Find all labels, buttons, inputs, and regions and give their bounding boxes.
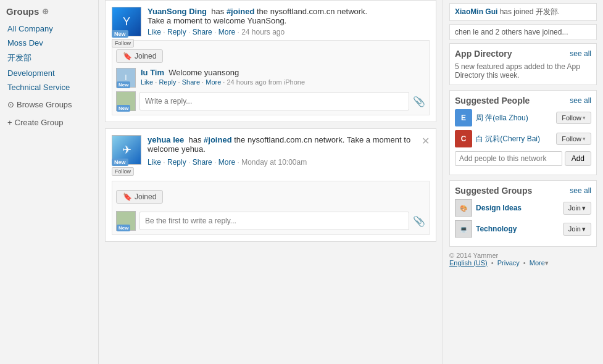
- joined-link[interactable]: #joined: [227, 7, 255, 16]
- ella-follow-button[interactable]: Follow ▾: [556, 112, 591, 124]
- notif-name-1[interactable]: XiaoMin Gui: [455, 7, 497, 16]
- write-reply-row-2: New 📎: [116, 211, 425, 231]
- yehua-badge-follow[interactable]: Follow: [112, 167, 134, 176]
- suggested-people-header: Suggested People see all: [455, 96, 591, 105]
- iutim-more[interactable]: More: [206, 78, 221, 86]
- design-group-join-button[interactable]: Join ▾: [563, 202, 591, 215]
- copyright: © 2014 Yammer: [449, 252, 597, 259]
- yehua-name-link[interactable]: yehua lee: [148, 135, 184, 144]
- add-people-row: Add: [455, 151, 591, 166]
- tech-group-name[interactable]: Technology: [476, 225, 559, 233]
- ella-name[interactable]: 周 萍(ella Zhou): [476, 113, 552, 123]
- yehua-reply[interactable]: Reply: [167, 158, 186, 167]
- iutim-share[interactable]: Share: [182, 78, 200, 86]
- write-reply-avatar-2: New: [116, 211, 136, 231]
- yehua-reply-section: 🔖 Joined New 📎: [112, 181, 430, 235]
- sidebar-item-all-company[interactable]: All Company: [6, 22, 92, 36]
- close-button-yehua[interactable]: ✕: [422, 135, 430, 147]
- yuansong-name-link[interactable]: YuanSong Ding: [148, 7, 207, 16]
- yehua-joined-link[interactable]: #joined: [204, 135, 232, 144]
- cherry-name[interactable]: 白 沉莉(Cherry Bai): [476, 134, 552, 144]
- tech-join-dropdown: ▾: [582, 225, 586, 233]
- design-group-avatar: 🎨: [455, 199, 472, 217]
- yuansong-timestamp: 24 hours ago: [241, 28, 285, 36]
- tech-group-join-button[interactable]: Join ▾: [563, 223, 591, 236]
- suggested-groups-see-all[interactable]: see all: [570, 186, 591, 195]
- yuansong-more[interactable]: More: [218, 28, 235, 36]
- paperclip-icon-1[interactable]: 📎: [413, 96, 425, 107]
- more-link[interactable]: More: [530, 259, 545, 267]
- ella-avatar: E: [455, 109, 472, 126]
- bookmark-icon-2: 🔖: [123, 192, 132, 201]
- yehua-timestamp: Monday at 10:00am: [241, 158, 307, 167]
- write-reply-input-2[interactable]: [139, 212, 409, 230]
- iutim-badge-new: New: [117, 81, 130, 88]
- cherry-follow-dropdown: ▾: [583, 136, 586, 142]
- app-directory-section: App Directory see all 5 new featured app…: [449, 43, 597, 85]
- yehua-like[interactable]: Like: [148, 158, 161, 167]
- sidebar-item-kaifa[interactable]: 开发部: [6, 50, 92, 66]
- post-yuansong: Y New Follow YuanSong Ding has #joined t…: [105, 0, 436, 122]
- joined-button-2[interactable]: 🔖 Joined: [116, 190, 163, 204]
- iutim-name[interactable]: Iu Tim: [141, 68, 164, 77]
- cherry-follow-button[interactable]: Follow ▾: [556, 133, 591, 145]
- iutim-actions: Like · Reply · Share · More · 24 hours a…: [141, 78, 305, 86]
- create-group-action[interactable]: + Create Group: [6, 115, 92, 130]
- groups-header: Groups ⊕: [6, 6, 92, 17]
- yehua-post-actions: Like · Reply · Share · More · Monday at …: [148, 158, 430, 167]
- yuansong-like[interactable]: Like: [148, 28, 161, 36]
- iutim-reply: I New Iu Tim Welcome yuansong Like · Rep…: [116, 68, 425, 88]
- write-reply-badge-1: New: [117, 105, 130, 112]
- iutim-like[interactable]: Like: [141, 78, 153, 86]
- yuansong-post-text: YuanSong Ding has #joined the nysoftland…: [148, 7, 430, 25]
- browse-groups-action[interactable]: ⊙ Browse Groups: [6, 97, 92, 112]
- iutim-reply-text: Iu Tim Welcome yuansong: [141, 68, 305, 77]
- yehua-badge-new: New: [112, 159, 128, 166]
- iutim-timestamp: 24 hours ago from iPhone: [227, 78, 305, 86]
- yuansong-share[interactable]: Share: [193, 28, 212, 36]
- sidebar-item-development[interactable]: Development: [6, 66, 92, 80]
- yuansong-reply[interactable]: Reply: [167, 28, 186, 36]
- suggested-people-section: Suggested People see all E 周 萍(ella Zhou…: [449, 90, 597, 175]
- suggested-people-title: Suggested People: [455, 96, 530, 105]
- iutim-message: Welcome yuansong: [168, 68, 239, 77]
- ella-follow-dropdown: ▾: [583, 115, 586, 121]
- iutim-reply-btn[interactable]: Reply: [159, 78, 176, 86]
- yuansong-badge-follow[interactable]: Follow: [112, 39, 134, 48]
- right-sidebar: XiaoMin Gui has joined 开发部. chen le and …: [443, 0, 603, 364]
- app-directory-see-all[interactable]: see all: [570, 49, 591, 58]
- yuansong-post-content: YuanSong Ding has #joined the nysoftland…: [148, 7, 430, 36]
- privacy-link[interactable]: Privacy: [497, 259, 520, 267]
- suggested-person-cherry: C 白 沉莉(Cherry Bai) Follow ▾: [455, 130, 591, 147]
- yehua-action: has #joined the nysoftland.com.cn networ…: [148, 135, 410, 154]
- suggested-group-tech: 💻 Technology Join ▾: [455, 220, 591, 238]
- yehua-more[interactable]: More: [218, 158, 235, 167]
- add-group-icon[interactable]: ⊕: [42, 7, 49, 16]
- yuansong-post-actions: Like · Reply · Share · More · 24 hours a…: [148, 28, 430, 36]
- suggested-people-see-all[interactable]: see all: [570, 96, 591, 105]
- iutim-reply-content: Iu Tim Welcome yuansong Like · Reply · S…: [141, 68, 305, 86]
- notif-action-1: has joined 开发部.: [500, 7, 560, 16]
- joined-button-1[interactable]: 🔖 Joined: [116, 49, 163, 63]
- post-yuansong-header: Y New Follow YuanSong Ding has #joined t…: [112, 7, 430, 36]
- write-reply-row-1: New 📎: [116, 91, 425, 111]
- suggested-groups-title: Suggested Groups: [455, 186, 532, 196]
- language-link[interactable]: English (US): [449, 259, 488, 267]
- yehua-post-text: yehua lee has #joined the nysoftland.com…: [148, 135, 418, 154]
- yuansong-reply-section: 🔖 Joined I New Iu Tim Welcome yuansong L…: [112, 40, 430, 115]
- sidebar-item-moss-dev[interactable]: Moss Dev: [6, 36, 92, 50]
- yehua-avatar-box: ✈ New Follow: [112, 135, 141, 165]
- add-people-button[interactable]: Add: [565, 151, 591, 166]
- write-reply-input-1[interactable]: [139, 92, 409, 110]
- add-people-input[interactable]: [455, 151, 562, 166]
- paperclip-icon-2[interactable]: 📎: [413, 215, 425, 227]
- yuansong-avatar-box: Y New Follow: [112, 7, 141, 36]
- sidebar-item-technical-service[interactable]: Technical Service: [6, 80, 92, 94]
- write-reply-avatar-1: New: [116, 91, 136, 111]
- yehua-share[interactable]: Share: [193, 158, 212, 167]
- groups-title: Groups: [6, 6, 39, 17]
- iutim-avatar: I New: [116, 68, 136, 88]
- design-group-name[interactable]: Design Ideas: [476, 204, 559, 212]
- yehua-post-content: yehua lee has #joined the nysoftland.com…: [148, 135, 430, 167]
- post-yehua-header: ✈ New Follow yehua lee has #joined the n…: [112, 135, 430, 177]
